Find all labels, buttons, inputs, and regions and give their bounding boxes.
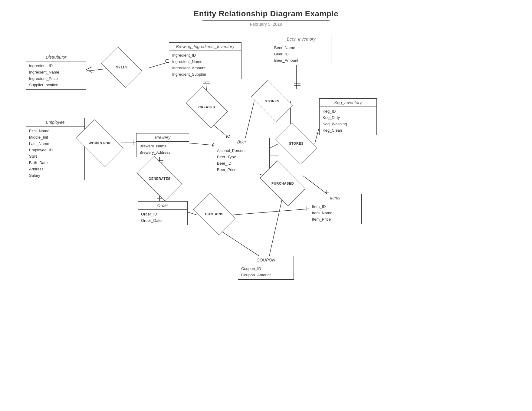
- entity-beer: Beer Alcohol_Percent Beer_Type Beer_ID B…: [214, 138, 270, 174]
- entity-keg-inventory: Keg_Inventory Keg_ID Keg_Dirty Keg_Washi…: [319, 98, 377, 135]
- entity-order-header: Order: [138, 202, 187, 210]
- field-birth-date: Birth_Date: [29, 159, 81, 166]
- svg-line-40: [233, 209, 309, 215]
- entity-distributor-body: Ingredient_ID Ingredient_Name Ingredient…: [26, 61, 86, 89]
- diamond-contains-label: CONTAINS: [205, 212, 224, 216]
- diamond-stores2-label: STORES: [289, 142, 304, 145]
- field-beer-name: Beer_Name: [274, 44, 328, 51]
- field-bi-ingredient-amount: Ingredient_Amount: [172, 65, 238, 71]
- entity-employee-header: Employee: [26, 118, 84, 127]
- entity-coupon-body: Coupon_ID Coupon_Amount: [238, 264, 294, 279]
- entity-order-body: Order_ID Order_Date: [138, 210, 187, 225]
- svg-line-19: [315, 127, 319, 144]
- diamond-stores1-label: STORES: [265, 99, 279, 103]
- title-area: Entity Relationship Diagram Example Febr…: [0, 0, 532, 27]
- svg-line-1: [86, 67, 92, 70]
- field-coupon-id: Coupon_ID: [241, 265, 291, 272]
- entity-beer-header: Beer: [214, 138, 269, 146]
- diamond-purchased: PURCHASED: [263, 171, 303, 196]
- svg-line-47: [269, 195, 283, 256]
- field-keg-id: Keg_ID: [323, 108, 373, 114]
- entity-items-body: Item_ID Item_Name Item_Price: [309, 202, 361, 224]
- field-beer-amount: Beer_Amount: [274, 57, 328, 64]
- field-alcohol-percent: Alcohol_Percent: [217, 147, 266, 154]
- field-ingredient-id: Ingredient_ID: [29, 63, 83, 69]
- title-underline: [202, 20, 330, 21]
- svg-line-13: [244, 101, 254, 144]
- field-address: Address: [29, 166, 81, 172]
- entity-brewing-body: Ingredient_ID Ingredient_Name Ingredient…: [169, 51, 241, 79]
- entity-keg-header: Keg_Inventory: [320, 99, 376, 107]
- field-middle-init: Middle_Init: [29, 134, 81, 140]
- entity-coupon: COUPON Coupon_ID Coupon_Amount: [238, 256, 294, 280]
- field-ssn: SSN: [29, 153, 81, 159]
- entity-brewery: Brewery Brewery_Name Brewery_Address: [136, 133, 189, 157]
- field-order-date: Order_Date: [141, 217, 184, 224]
- field-employee-id: Employee_ID: [29, 147, 81, 153]
- entity-brewery-header: Brewery: [136, 133, 189, 142]
- entity-items: Items Item_ID Item_Name Item_Price: [309, 194, 362, 224]
- field-brewery-name: Brewery_Name: [140, 143, 186, 149]
- diagram-container: Entity Relationship Diagram Example Febr…: [0, 0, 532, 411]
- field-brewery-address: Brewery_Address: [140, 149, 186, 156]
- diamond-creates-label: CREATES: [198, 105, 215, 109]
- field-coupon-amount: Coupon_Amount: [241, 272, 291, 278]
- entity-brewing-header: Brewing_Ingredients_Inventory: [169, 43, 241, 51]
- field-bi-ingredient-supplier: Ingredient_Supplier: [172, 71, 238, 77]
- svg-line-2: [86, 70, 92, 73]
- entity-employee: Employee First_Name Middle_Init Last_Nam…: [26, 118, 85, 180]
- field-first-name: First_Name: [29, 128, 81, 134]
- field-item-id: Item_ID: [312, 203, 358, 210]
- field-keg-washing: Keg_Washing: [323, 121, 373, 127]
- entity-order: Order Order_ID Order_Date: [138, 201, 188, 225]
- field-item-price: Item_Price: [312, 216, 358, 222]
- svg-line-27: [187, 143, 214, 145]
- entity-brewing-ingredients: Brewing_Ingredients_Inventory Ingredient…: [169, 42, 241, 79]
- entity-coupon-header: COUPON: [238, 256, 294, 264]
- field-ingredient-price: Ingredient_Price: [29, 75, 83, 82]
- diamond-contains: CONTAINS: [196, 202, 232, 226]
- entity-items-header: Items: [309, 194, 361, 202]
- entity-beer-inventory: Beer_Inventory Beer_Name Beer_ID Beer_Am…: [271, 35, 331, 65]
- diamond-stores1: STORES: [254, 89, 290, 113]
- field-ingredient-name: Ingredient_Name: [29, 69, 83, 75]
- diamond-sells: SELLS: [104, 55, 139, 79]
- diamond-generates-label: GENERATES: [149, 177, 170, 180]
- field-salary: Salary: [29, 172, 81, 179]
- diamond-generates: GENERATES: [140, 166, 179, 191]
- entity-distributor-header: Distrubutor: [26, 53, 86, 61]
- field-last-name: Last_Name: [29, 140, 81, 147]
- svg-line-42: [303, 176, 327, 194]
- field-bi-ingredient-id: Ingredient_ID: [172, 52, 238, 58]
- field-beer-id: Beer_ID: [274, 51, 328, 57]
- field-keg-dirty: Keg_Dirty: [323, 114, 373, 121]
- diamond-stores2: STORES: [278, 132, 314, 155]
- diamond-works-for: WORKS FOR: [79, 130, 120, 156]
- diamond-works-for-label: WORKS FOR: [89, 141, 111, 145]
- field-item-name: Item_Name: [312, 210, 358, 216]
- diamond-purchased-label: PURCHASED: [271, 182, 294, 185]
- field-order-id: Order_ID: [141, 211, 184, 217]
- field-beer-id-2: Beer_ID: [217, 160, 266, 166]
- field-bi-ingredient-name: Ingredient_Name: [172, 58, 238, 65]
- diagram-title: Entity Relationship Diagram Example: [0, 9, 532, 18]
- field-beer-price: Beer_Price: [217, 166, 266, 173]
- entity-beer-inventory-body: Beer_Name Beer_ID Beer_Amount: [271, 43, 331, 65]
- entity-beer-body: Alcohol_Percent Beer_Type Beer_ID Beer_P…: [214, 146, 269, 174]
- svg-line-38: [187, 212, 197, 215]
- field-beer-type: Beer_Type: [217, 154, 266, 160]
- field-keg-clean: Keg_Clean: [323, 127, 373, 133]
- entity-brewery-body: Brewery_Name Brewery_Address: [136, 142, 189, 157]
- diamond-sells-label: SELLS: [116, 65, 128, 69]
- svg-line-3: [148, 62, 169, 68]
- entity-distributor: Distrubutor Ingredient_ID Ingredient_Nam…: [26, 53, 86, 90]
- entity-keg-body: Keg_ID Keg_Dirty Keg_Washing Keg_Clean: [320, 107, 376, 135]
- entity-beer-inventory-header: Beer_Inventory: [271, 35, 331, 43]
- diagram-date: February 5, 2019: [0, 22, 532, 27]
- diamond-creates: CREATES: [189, 95, 225, 119]
- entity-employee-body: First_Name Middle_Init Last_Name Employe…: [26, 127, 84, 180]
- field-supplier-location: SupplierLocation: [29, 82, 83, 88]
